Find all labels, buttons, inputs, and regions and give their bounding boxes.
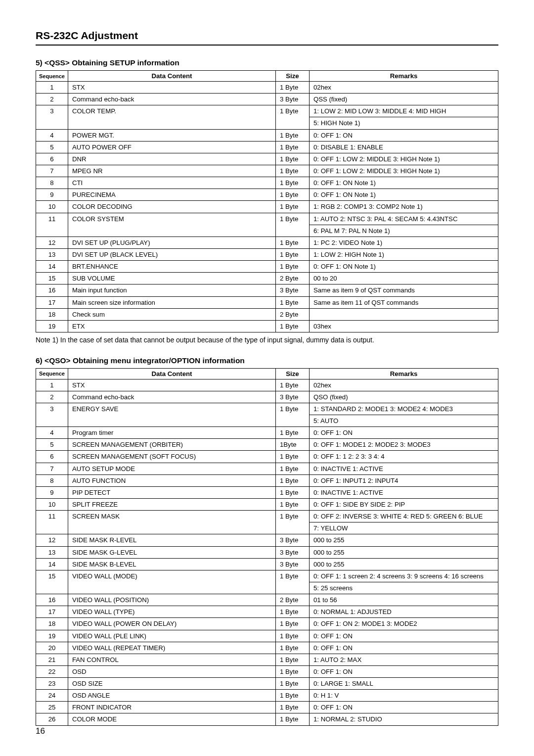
- cell-seq: 13: [36, 546, 68, 558]
- cell-remarks: 0: OFF 1: LOW 2: MIDDLE 3: HIGH Note 1): [309, 165, 498, 177]
- cell-size: 1 Byte: [275, 451, 309, 463]
- cell-remarks: 1: AUTO 2: NTSC 3: PAL 4: SECAM 5: 4.43N…: [309, 213, 498, 225]
- cell-data-content: Main screen size information: [68, 296, 275, 308]
- cell-data-content: STX: [68, 82, 275, 94]
- cell-size: 1 Byte: [275, 570, 309, 594]
- table-row: 2Command echo-back3 ByteQSO (fixed): [36, 391, 498, 403]
- cell-size: 1 Byte: [275, 606, 309, 618]
- cell-data-content: VIDEO WALL (REPEAT TIMER): [68, 642, 275, 654]
- cell-data-content: SCREEN MANAGEMENT (ORBITER): [68, 439, 275, 451]
- cell-seq: 20: [36, 642, 68, 654]
- cell-remarks: 0: NORMAL 1: ADJUSTED: [309, 606, 498, 618]
- cell-data-content: COLOR SYSTEM: [68, 213, 275, 236]
- col-seq: Sequence: [36, 71, 68, 82]
- cell-size: 3 Byte: [275, 558, 309, 570]
- cell-remarks: 0: OFF 1: 1 2: 2 3: 3 4: 4: [309, 451, 498, 463]
- cell-data-content: DVI SET UP (PLUG/PLAY): [68, 236, 275, 248]
- cell-data-content: VIDEO WALL (MODE): [68, 570, 275, 594]
- cell-remarks: 0: H 1: V: [309, 690, 498, 702]
- section5-heading: 5) <QSS> Obtaining SETUP information: [36, 58, 498, 67]
- cell-data-content: MPEG NR: [68, 165, 275, 177]
- cell-remarks: 0: OFF 1: LOW 2: MIDDLE 3: HIGH Note 1): [309, 153, 498, 165]
- cell-seq: 23: [36, 678, 68, 690]
- cell-remarks: QSS (fixed): [309, 94, 498, 105]
- cell-size: 1 Byte: [275, 498, 309, 510]
- qso-table: Sequence Data Content Size Remarks 1STX1…: [36, 368, 498, 726]
- table-row: 10COLOR DECODING1 Byte1: RGB 2: COMP1 3:…: [36, 201, 498, 213]
- cell-remarks: 5: HIGH Note 1): [309, 117, 498, 129]
- cell-remarks: 0: OFF 1: ON: [309, 642, 498, 654]
- cell-seq: 14: [36, 261, 68, 273]
- cell-size: 1 Byte: [275, 153, 309, 165]
- page-number: 16: [36, 726, 45, 736]
- cell-data-content: BRT.ENHANCE: [68, 261, 275, 273]
- cell-remarks: 5: 25 screens: [309, 582, 498, 594]
- table-row: 24OSD ANGLE1 Byte0: H 1: V: [36, 690, 498, 702]
- cell-size: 1 Byte: [275, 702, 309, 713]
- cell-size: 1 Byte: [275, 82, 309, 94]
- cell-remarks: [309, 308, 498, 320]
- cell-size: 1 Byte: [275, 486, 309, 498]
- cell-seq: 21: [36, 654, 68, 665]
- section5-note: Note 1) In the case of set data that can…: [36, 335, 498, 345]
- cell-seq: 19: [36, 630, 68, 642]
- table-row: 2Command echo-back3 ByteQSS (fixed): [36, 94, 498, 105]
- cell-seq: 8: [36, 474, 68, 486]
- col-remarks: Remarks: [309, 368, 498, 379]
- cell-data-content: Main input function: [68, 284, 275, 296]
- cell-size: 2 Byte: [275, 308, 309, 320]
- cell-remarks: 000 to 255: [309, 546, 498, 558]
- table-row: 13DVI SET UP (BLACK LEVEL)1 Byte1: LOW 2…: [36, 248, 498, 260]
- cell-remarks: 0: LARGE 1: SMALL: [309, 678, 498, 690]
- cell-data-content: OSD ANGLE: [68, 690, 275, 702]
- table-row: 17VIDEO WALL (TYPE)1 Byte0: NORMAL 1: AD…: [36, 606, 498, 618]
- cell-seq: 16: [36, 594, 68, 606]
- cell-remarks: Same as item 11 of QST commands: [309, 296, 498, 308]
- cell-size: 1 Byte: [275, 630, 309, 642]
- cell-data-content: ENERGY SAVE: [68, 403, 275, 426]
- cell-seq: 6: [36, 451, 68, 463]
- page-title: RS-232C Adjustment: [36, 30, 498, 46]
- cell-size: 3 Byte: [275, 534, 309, 546]
- cell-data-content: SCREEN MASK: [68, 511, 275, 534]
- cell-remarks: 7: YELLOW: [309, 522, 498, 534]
- cell-size: 2 Byte: [275, 273, 309, 284]
- cell-seq: 11: [36, 511, 68, 534]
- table-row: 25FRONT INDICATOR1 Byte0: OFF 1: ON: [36, 702, 498, 713]
- cell-seq: 3: [36, 403, 68, 426]
- cell-remarks: Same as item 9 of QST commands: [309, 284, 498, 296]
- cell-remarks: 1: LOW 2: MID LOW 3: MIDDLE 4: MID HIGH: [309, 105, 498, 117]
- table-row: 18Check sum2 Byte: [36, 308, 498, 320]
- cell-remarks: 1: PC 2: VIDEO Note 1): [309, 236, 498, 248]
- cell-remarks: 0: OFF 1: MODE1 2: MODE2 3: MODE3: [309, 439, 498, 451]
- cell-remarks: QSO (fixed): [309, 391, 498, 403]
- cell-remarks: 03hex: [309, 320, 498, 332]
- cell-size: 1 Byte: [275, 165, 309, 177]
- cell-seq: 5: [36, 439, 68, 451]
- cell-seq: 9: [36, 189, 68, 201]
- cell-size: 1 Byte: [275, 618, 309, 630]
- cell-size: 1 Byte: [275, 427, 309, 439]
- cell-seq: 18: [36, 618, 68, 630]
- cell-size: 1 Byte: [275, 654, 309, 665]
- cell-size: 1 Byte: [275, 713, 309, 725]
- cell-seq: 1: [36, 379, 68, 391]
- cell-data-content: OSD SIZE: [68, 678, 275, 690]
- cell-data-content: AUTO SETUP MODE: [68, 463, 275, 474]
- table-row: 10SPLIT FREEZE1 Byte0: OFF 1: SIDE BY SI…: [36, 498, 498, 510]
- cell-seq: 19: [36, 320, 68, 332]
- cell-size: 1 Byte: [275, 403, 309, 426]
- cell-data-content: Command echo-back: [68, 391, 275, 403]
- cell-remarks: 1: LOW 2: HIGH Note 1): [309, 248, 498, 260]
- cell-seq: 7: [36, 463, 68, 474]
- cell-size: 1 Byte: [275, 474, 309, 486]
- cell-data-content: DVI SET UP (BLACK LEVEL): [68, 248, 275, 260]
- cell-size: 1 Byte: [275, 201, 309, 213]
- col-size: Size: [275, 71, 309, 82]
- cell-remarks: 1: AUTO 2: MAX: [309, 654, 498, 665]
- cell-seq: 26: [36, 713, 68, 725]
- table-row: 14BRT.ENHANCE1 Byte0: OFF 1: ON Note 1): [36, 261, 498, 273]
- cell-remarks: 0: INACTIVE 1: ACTIVE: [309, 463, 498, 474]
- cell-remarks: 1: RGB 2: COMP1 3: COMP2 Note 1): [309, 201, 498, 213]
- cell-seq: 9: [36, 486, 68, 498]
